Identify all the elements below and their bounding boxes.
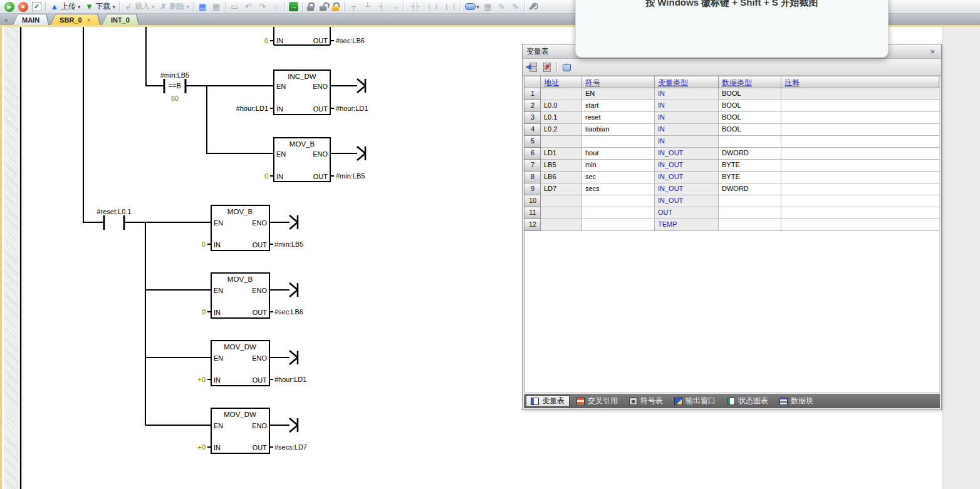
cell-symbol[interactable] [582, 219, 655, 231]
cell-vartype[interactable]: IN_OUT [655, 172, 719, 183]
delete-button[interactable]: ✗ 删除 ▾ [157, 1, 192, 13]
undo-button[interactable]: ↶ [241, 1, 255, 13]
col-header-symbol[interactable]: 符号 [582, 76, 655, 88]
cell-datatype[interactable] [719, 195, 781, 207]
cell-datatype[interactable]: BOOL [719, 124, 781, 136]
line-right-button[interactable]: → [388, 1, 402, 13]
cell-address[interactable]: LD7 [541, 183, 582, 195]
cell-datatype[interactable]: BOOL [719, 88, 781, 100]
cell-comment[interactable] [781, 172, 939, 183]
block-mov-b-1[interactable]: MOV_B EN ENO IN OUT 0 #min:LB5 [264, 138, 365, 182]
cell-datatype[interactable]: DWORD [719, 148, 781, 160]
row-number[interactable]: 12 [524, 219, 541, 231]
contact-reset[interactable]: #reset:L0.1 [96, 208, 131, 230]
cell-datatype[interactable]: BYTE [719, 172, 781, 183]
cell-address[interactable]: L0.0 [541, 100, 582, 112]
bottom-tab-output-window[interactable]: 输出窗口 [670, 395, 720, 407]
cell-comment[interactable] [781, 148, 939, 160]
cell-datatype[interactable]: BYTE [719, 160, 781, 172]
options-button[interactable] [527, 1, 538, 13]
edit-page-button[interactable]: ✎ [495, 1, 509, 13]
row-number[interactable]: 3 [524, 112, 541, 124]
block-mov-b-3[interactable]: MOV_B EN ENO IN OUT 0 #sec:LB6 [202, 273, 303, 318]
cell-symbol[interactable]: start [582, 100, 655, 112]
cell-comment[interactable] [781, 88, 939, 100]
cell-datatype[interactable]: DWORD [719, 183, 781, 195]
bottom-tab-symbol-table[interactable]: 符号表 [625, 395, 667, 407]
panel-close-icon[interactable]: × [927, 47, 937, 56]
cell-address[interactable]: LD1 [541, 148, 582, 160]
cell-address[interactable]: LB5 [541, 160, 582, 172]
block-partial-top[interactable]: IN OUT 0 #sec:LB6 [264, 27, 365, 45]
line-up-button[interactable]: ┤ [374, 1, 388, 13]
snip-notification-popup[interactable]: 按 Windows 徽标键 + Shift + S 开始截图 [575, 0, 889, 58]
cell-symbol[interactable]: EN [582, 88, 655, 100]
cell-symbol[interactable]: reset [582, 112, 655, 124]
row-number[interactable]: 5 [524, 136, 541, 148]
cell-datatype[interactable] [719, 207, 781, 219]
branch-up-button[interactable]: ┴ [360, 1, 374, 13]
cell-vartype[interactable]: IN [655, 124, 719, 136]
block-mov-b-2[interactable]: MOV_B EN ENO IN OUT 0 #min:LB5 [202, 205, 304, 250]
cell-comment[interactable] [781, 195, 939, 207]
col-header-comment[interactable]: 注释 [781, 76, 939, 88]
cell-address[interactable]: LB6 [541, 172, 582, 183]
contact-tool-button[interactable]: ┤├ [406, 1, 424, 13]
row-number[interactable]: 10 [524, 195, 541, 207]
cell-datatype[interactable] [719, 219, 781, 231]
row-number[interactable]: 9 [524, 183, 541, 195]
upload-button[interactable]: ▲ 上传 ▾ [48, 1, 83, 13]
cell-vartype[interactable]: IN_OUT [655, 183, 719, 195]
lock-button[interactable] [305, 1, 317, 13]
coil-tool-button[interactable]: ( ) [424, 1, 441, 13]
cell-comment[interactable] [781, 136, 939, 148]
cell-vartype[interactable]: TEMP [655, 219, 719, 231]
cell-vartype[interactable]: IN_OUT [655, 160, 719, 172]
cell-symbol[interactable] [582, 195, 655, 207]
address-tag-button[interactable]: ▾ [463, 1, 481, 13]
cell-symbol[interactable]: secs [582, 183, 655, 195]
row-number[interactable]: 8 [524, 172, 541, 183]
cell-datatype[interactable] [719, 136, 781, 148]
cell-symbol[interactable]: tiaobian [582, 124, 655, 136]
insert-row-button[interactable]: ◀ [526, 61, 538, 73]
cell-vartype[interactable]: IN_OUT [655, 195, 719, 207]
row-number[interactable]: 11 [524, 207, 541, 219]
cell-symbol[interactable]: min [582, 160, 655, 172]
download-dropdown-icon[interactable]: ▾ [113, 4, 116, 10]
cell-vartype[interactable]: IN_OUT [655, 148, 719, 160]
lock-add-button[interactable] [330, 1, 342, 13]
cell-comment[interactable] [781, 183, 939, 195]
download-button[interactable]: ▼ 下载 ▾ [83, 1, 118, 13]
cell-address[interactable] [541, 136, 582, 148]
address-tag-dropdown-icon[interactable]: ▾ [476, 4, 479, 10]
delete-row-button[interactable]: ✗ [540, 61, 552, 73]
bottom-tab-data-block[interactable]: 数据块 [775, 395, 818, 407]
cell-comment[interactable] [781, 219, 939, 231]
next-network-button[interactable]: ▦ [195, 1, 209, 13]
tab-int0[interactable]: INT_0 [102, 14, 139, 25]
box-instruction-button[interactable]: [ ] [441, 1, 459, 13]
col-header-address[interactable]: 地址 [541, 76, 582, 88]
cell-comment[interactable] [781, 100, 939, 112]
row-number[interactable]: 6 [524, 148, 541, 160]
block-inc-dw[interactable]: INC_DW EN ENO IN OUT #hour:LD1 #hour:LD1 [236, 70, 368, 115]
cell-vartype[interactable]: IN [655, 136, 719, 148]
col-header-vartype[interactable]: 变量类型 [655, 76, 719, 88]
redo-button[interactable]: ↷ [255, 1, 269, 13]
cell-symbol[interactable]: hour [582, 148, 655, 160]
row-number[interactable]: 1 [524, 88, 541, 100]
edit-symbol-button[interactable]: ✎ [509, 1, 523, 13]
compile-button[interactable]: ✓ [30, 1, 43, 13]
cell-address[interactable] [541, 219, 582, 231]
box-tool-button[interactable]: ▭ [227, 1, 241, 13]
bottom-tab-status-chart[interactable]: 状态图表 [722, 395, 773, 407]
cell-address[interactable]: L0.2 [541, 124, 582, 136]
run-button[interactable]: ▶ [3, 1, 16, 13]
upload-dropdown-icon[interactable]: ▾ [78, 4, 81, 10]
row-number[interactable]: 4 [524, 124, 541, 136]
apply-changes-button[interactable]: ↓ [560, 61, 573, 73]
bottom-tab-cross-reference[interactable]: 交叉引用 [572, 395, 622, 407]
tab-main[interactable]: MAIN [13, 14, 49, 25]
cell-symbol[interactable]: sec [582, 172, 655, 183]
